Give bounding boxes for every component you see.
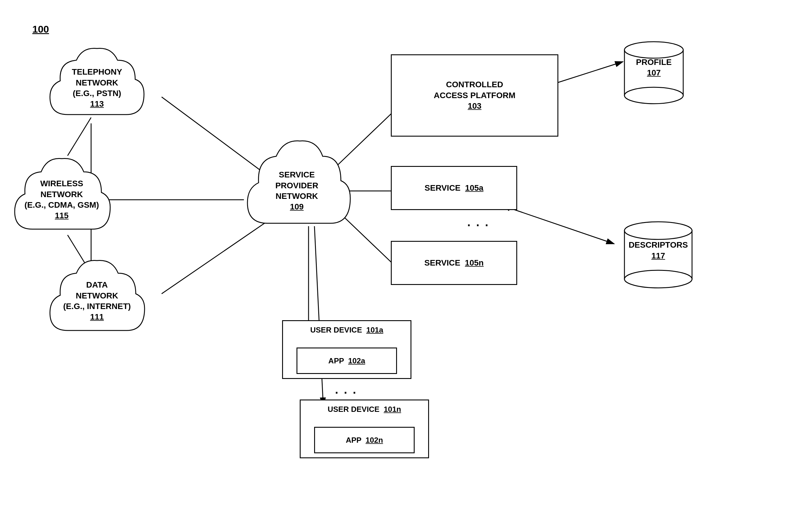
svg-line-14 — [503, 206, 614, 244]
svg-point-16 — [624, 42, 683, 58]
app-a-inner-box: APP 102a — [297, 347, 397, 374]
descriptors-db: DESCRIPTORS117 — [617, 214, 699, 291]
diagram-label: 100 — [32, 23, 49, 35]
ellipsis-user-devices: · · · — [335, 386, 357, 400]
service-n-box: SERVICE 105n — [391, 241, 517, 285]
diagram: 100 — [0, 0, 789, 532]
svg-point-17 — [624, 87, 683, 104]
svg-line-13 — [549, 62, 623, 85]
telephony-network-cloud: TELEPHONYNETWORK(E.G., PSTN)113 — [44, 44, 150, 132]
app-n-inner-box: APP 102n — [314, 427, 415, 453]
svg-point-20 — [624, 270, 692, 288]
wireless-network-cloud: WIRELESSNETWORK(E.G., CDMA, GSM)115 — [9, 153, 115, 247]
user-device-a-box: USER DEVICE 101a APP 102a — [282, 320, 411, 379]
data-network-cloud: DATANETWORK(E.G., INTERNET)111 — [44, 255, 150, 347]
profile-db: PROFILE107 — [617, 34, 691, 107]
ellipsis-services: · · · — [467, 219, 490, 232]
service-a-box: SERVICE 105a — [391, 166, 517, 210]
controlled-access-platform-box: CONTROLLEDACCESS PLATFORM103 — [391, 54, 558, 137]
service-provider-cloud: SERVICEPROVIDERNETWORK109 — [241, 135, 353, 247]
user-device-n-box: USER DEVICE 101n APP 102n — [300, 400, 429, 458]
svg-point-19 — [624, 222, 692, 240]
